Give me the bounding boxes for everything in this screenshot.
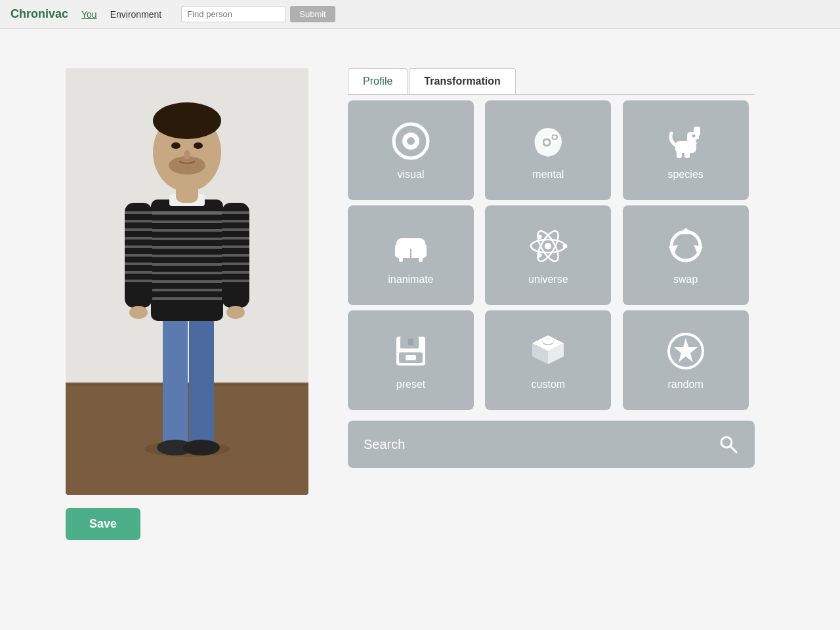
find-person-form: Submit [181,6,335,22]
random-icon [665,330,707,372]
svg-point-54 [545,140,549,145]
svg-rect-41 [222,280,249,282]
svg-rect-33 [222,211,249,214]
svg-rect-24 [125,228,152,231]
right-panel: Profile Transformation visual [348,68,755,468]
floppy-icon [390,330,432,372]
custom-button[interactable]: custom [485,310,611,410]
svg-rect-15 [151,263,223,266]
svg-point-84 [537,235,542,240]
person-area: Save [66,68,308,540]
svg-rect-28 [125,262,152,265]
svg-point-83 [563,244,568,249]
svg-rect-5 [189,311,214,449]
topnav: Chronivac You Environment Submit [0,0,840,29]
visual-button[interactable]: visual [348,100,474,200]
svg-rect-17 [151,280,223,283]
svg-point-46 [171,142,180,149]
svg-rect-36 [222,237,249,240]
svg-rect-67 [694,127,700,136]
svg-rect-34 [222,220,249,222]
svg-rect-98 [543,339,553,343]
tab-bar: Profile Transformation [348,68,755,95]
svg-rect-92 [406,355,416,360]
animal-icon [665,120,707,162]
submit-button[interactable]: Submit [290,6,335,22]
species-label: species [668,169,704,180]
svg-rect-55 [545,136,549,138]
svg-rect-63 [549,136,552,139]
svg-point-47 [194,142,203,149]
tab-transformation[interactable]: Transformation [409,68,515,94]
brain-icon [527,120,569,162]
svg-rect-10 [151,220,223,223]
svg-rect-18 [151,289,223,291]
svg-rect-4 [163,311,188,449]
universe-button[interactable]: universe [485,205,611,305]
tab-profile[interactable]: Profile [348,68,408,94]
svg-rect-35 [222,228,249,231]
svg-rect-8 [151,200,223,321]
universe-label: universe [528,274,568,285]
svg-point-49 [184,150,190,159]
search-bar[interactable]: Search [348,421,755,468]
search-icon [718,434,739,455]
svg-rect-74 [395,243,402,258]
svg-rect-23 [125,220,152,222]
person-photo [66,68,308,495]
svg-point-42 [226,306,245,319]
brand-logo: Chronivac [10,7,68,21]
random-label: random [668,379,704,390]
svg-rect-30 [125,280,152,282]
preset-label: preset [396,379,425,390]
box-icon [527,330,569,372]
inanimate-button[interactable]: inanimate [348,205,474,305]
svg-rect-76 [399,257,403,262]
svg-rect-77 [419,257,423,262]
svg-rect-14 [151,255,223,257]
nav-environment[interactable]: Environment [110,9,162,20]
svg-rect-64 [558,136,560,139]
swap-button[interactable]: swap [623,205,749,305]
svg-rect-16 [151,272,223,274]
svg-point-70 [696,139,701,143]
svg-point-7 [183,440,220,455]
preset-button[interactable]: preset [348,310,474,410]
svg-rect-19 [151,297,223,300]
svg-rect-56 [545,148,549,150]
visual-label: visual [398,169,425,180]
mental-label: mental [532,169,564,180]
svg-rect-39 [222,262,249,265]
mental-button[interactable]: mental [485,100,611,200]
sofa-icon [390,225,432,267]
find-person-input[interactable] [181,6,286,22]
svg-rect-27 [125,254,152,257]
svg-point-45 [153,102,221,139]
nav-you[interactable]: You [81,9,97,20]
svg-rect-62 [553,140,556,142]
species-button[interactable]: species [623,100,749,200]
svg-rect-13 [151,246,223,249]
svg-rect-11 [151,229,223,232]
inanimate-label: inanimate [388,274,433,285]
svg-rect-75 [420,243,427,258]
save-button[interactable]: Save [66,508,140,540]
svg-marker-100 [674,338,698,362]
swap-icon [665,225,707,267]
svg-rect-93 [408,339,413,345]
search-label: Search [364,437,405,452]
random-button[interactable]: random [623,310,749,410]
svg-point-60 [553,136,556,139]
main-content: Save Profile Transformation visual [0,29,840,566]
svg-rect-22 [125,211,152,214]
svg-rect-69 [684,150,690,158]
svg-line-102 [730,446,736,452]
svg-rect-29 [125,271,152,274]
svg-point-85 [537,253,542,258]
svg-rect-57 [540,141,543,144]
search-icon-wrap [718,434,739,455]
svg-rect-26 [125,245,152,248]
svg-rect-12 [151,238,223,240]
svg-rect-40 [222,271,249,274]
svg-rect-61 [553,133,556,135]
